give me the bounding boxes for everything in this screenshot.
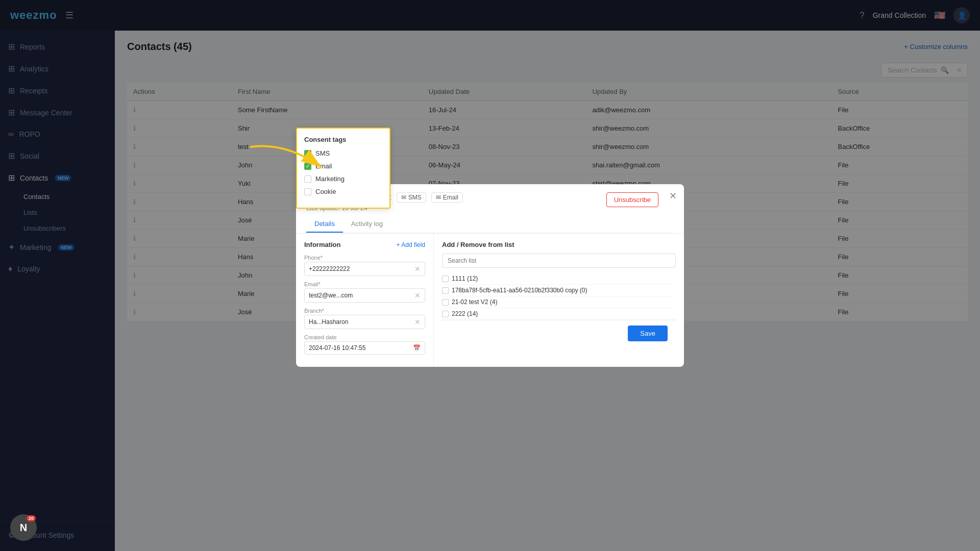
branch-field-input[interactable]: Ha...Hasharon ✕ — [304, 315, 425, 329]
information-title: Information — [304, 241, 341, 248]
branch-clear-icon[interactable]: ✕ — [414, 318, 421, 326]
branch-field-row: Branch* Ha...Hasharon ✕ — [304, 308, 425, 329]
list-item-checkbox[interactable] — [442, 299, 449, 306]
list-item-label: 2222 (14) — [452, 310, 478, 317]
list-item[interactable]: 21-02 test V2 (4) — [442, 296, 676, 308]
consent-item-cookie: Cookie — [304, 188, 382, 195]
email-clear-icon[interactable]: ✕ — [414, 291, 421, 299]
branch-field-label: Branch* — [304, 308, 425, 314]
sms-tag: ✉ SMS — [397, 192, 426, 203]
consent-title: Consent tags — [304, 136, 382, 143]
phone-field-value: +22222222222 — [309, 265, 350, 272]
phone-field-input[interactable]: +22222222222 ✕ — [304, 262, 425, 276]
consent-label-cookie: Cookie — [315, 188, 336, 195]
notification-icon: N — [20, 522, 27, 534]
modal-close-button[interactable]: ✕ — [669, 190, 677, 202]
list-panel: Add / Remove from list 1111 (12)178ba78f… — [434, 234, 684, 367]
email-field-label: Email* — [304, 281, 425, 287]
unsubscribe-button[interactable]: Unsubscribe — [606, 192, 658, 207]
phone-field-row: Phone* +22222222222 ✕ — [304, 255, 425, 276]
created-date-field-value: 2024-07-16 10:47:55 — [309, 344, 365, 352]
created-date-field-label: Created date — [304, 334, 425, 340]
tab-details[interactable]: Details — [306, 216, 343, 233]
modal-footer: Save — [442, 320, 676, 346]
tab-activity-log[interactable]: Activity log — [343, 216, 391, 233]
consent-label-email: Email — [315, 162, 332, 170]
list-panel-title: Add / Remove from list — [442, 241, 676, 248]
list-item[interactable]: 2222 (14) — [442, 308, 676, 320]
phone-field-label: Phone* — [304, 255, 425, 261]
consent-checkbox-marketing[interactable] — [304, 176, 311, 183]
list-item[interactable]: 178ba78f-5cfb-ea11-aa56-0210b2f330b0 cop… — [442, 285, 676, 296]
notification-badge: 20 — [27, 515, 36, 521]
consent-item-marketing: Marketing — [304, 175, 382, 183]
email-field-row: Email* test2@we...com ✕ — [304, 281, 425, 303]
calendar-icon[interactable]: 📅 — [413, 344, 421, 352]
save-button[interactable]: Save — [628, 325, 668, 341]
list-item-checkbox[interactable] — [442, 276, 449, 282]
list-search-input[interactable] — [442, 254, 676, 268]
sms-tag-icon: ✉ — [401, 194, 406, 201]
modal-body: Information + Add field Phone* +22222222… — [296, 234, 684, 367]
list-item-checkbox[interactable] — [442, 287, 449, 294]
list-item[interactable]: 1111 (12) — [442, 273, 676, 285]
modal-overlay[interactable]: +22222222222 Profile: ✉ SMS ✉ Email Unsu… — [0, 0, 980, 551]
email-field-value: test2@we...com — [309, 292, 353, 299]
consent-item-sms: SMS — [304, 149, 382, 157]
modal-tabs: Details Activity log — [306, 216, 674, 233]
list-item-label: 21-02 test V2 (4) — [452, 298, 497, 306]
list-item-label: 1111 (12) — [452, 275, 478, 282]
list-items: 1111 (12)178ba78f-5cfb-ea11-aa56-0210b2f… — [442, 273, 676, 320]
email-tag-icon: ✉ — [436, 194, 441, 201]
created-date-field-row: Created date 2024-07-16 10:47:55 📅 — [304, 334, 425, 355]
consent-checkbox-email[interactable] — [304, 163, 311, 170]
consent-label-marketing: Marketing — [315, 175, 345, 183]
consent-checkbox-cookie[interactable] — [304, 188, 311, 195]
branch-field-value: Ha...Hasharon — [309, 318, 348, 325]
consent-label-sms: SMS — [315, 149, 330, 157]
list-item-label: 178ba78f-5cfb-ea11-aa56-0210b2f330b0 cop… — [452, 287, 587, 294]
created-date-field-input: 2024-07-16 10:47:55 📅 — [304, 341, 425, 355]
notification-button[interactable]: N 20 — [10, 514, 37, 541]
consent-item-email: Email — [304, 162, 382, 170]
add-field-button[interactable]: + Add field — [397, 241, 425, 248]
email-tag: ✉ Email — [431, 192, 463, 203]
consent-checkbox-sms[interactable] — [304, 150, 311, 157]
list-item-checkbox[interactable] — [442, 311, 449, 317]
phone-clear-icon[interactable]: ✕ — [414, 265, 421, 273]
profile-modal: +22222222222 Profile: ✉ SMS ✉ Email Unsu… — [296, 184, 684, 367]
info-panel: Information + Add field Phone* +22222222… — [296, 234, 434, 367]
info-panel-header: Information + Add field — [304, 241, 425, 248]
consent-panel: Consent tags SMS Email Marketing Cookie — [296, 128, 390, 209]
email-field-input[interactable]: test2@we...com ✕ — [304, 288, 425, 303]
